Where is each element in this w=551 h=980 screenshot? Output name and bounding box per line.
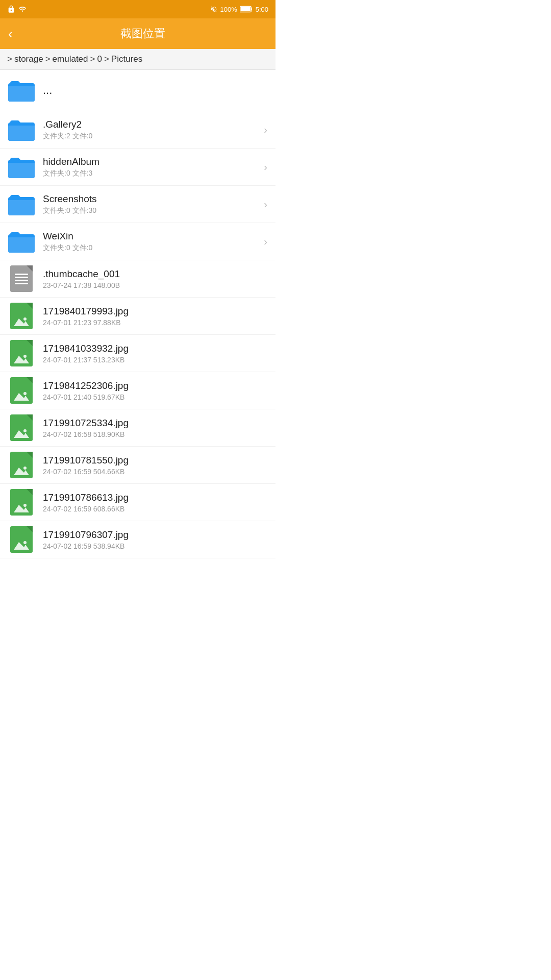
file-name: Screenshots	[43, 193, 260, 205]
svg-marker-2	[14, 318, 29, 326]
status-right: 100% 5:00	[210, 6, 268, 13]
file-name: .thumbcache_001	[43, 268, 267, 280]
file-info: 1719910781550.jpg 24-07-02 16:59 504.66K…	[43, 455, 267, 476]
folder-icon	[8, 77, 35, 104]
file-name: 1719841033932.jpg	[43, 343, 267, 354]
back-button[interactable]: ‹	[8, 26, 13, 42]
folder-icon	[8, 116, 35, 143]
image-file-icon	[8, 340, 35, 366]
file-info: WeiXin 文件夹:0 文件:0	[43, 231, 260, 253]
list-item[interactable]: Screenshots 文件夹:0 文件:30 ›	[0, 186, 276, 223]
file-meta: 文件夹:0 文件:30	[43, 206, 260, 215]
silent-icon	[210, 6, 217, 13]
svg-point-13	[23, 504, 27, 507]
file-meta: 24-07-01 21:40 519.67KB	[43, 393, 267, 401]
svg-marker-4	[14, 356, 29, 363]
document-file-icon	[8, 265, 35, 292]
lock-icon	[7, 5, 15, 13]
time-display: 5:00	[256, 6, 268, 13]
folder-icon	[8, 154, 35, 180]
folder-icon	[8, 228, 35, 255]
file-info: 1719910786613.jpg 24-07-02 16:59 608.66K…	[43, 492, 267, 513]
file-name: 1719910725334.jpg	[43, 418, 267, 429]
file-info: Screenshots 文件夹:0 文件:30	[43, 193, 260, 215]
svg-marker-10	[14, 468, 29, 475]
list-item[interactable]: hiddenAlbum 文件夹:0 文件:3 ›	[0, 149, 276, 186]
file-meta: 24-07-02 16:59 608.66KB	[43, 505, 267, 513]
svg-point-5	[23, 355, 27, 358]
svg-point-7	[23, 392, 27, 395]
svg-marker-12	[14, 505, 29, 512]
file-name: hiddenAlbum	[43, 156, 260, 167]
list-item[interactable]: 1719841033932.jpg 24-07-01 21:37 513.23K…	[0, 335, 276, 372]
file-info: 1719910725334.jpg 24-07-02 16:58 518.90K…	[43, 418, 267, 438]
list-item[interactable]: 1719910796307.jpg 24-07-02 16:59 538.94K…	[0, 521, 276, 558]
svg-point-9	[23, 429, 27, 432]
file-info: .Gallery2 文件夹:2 文件:0	[43, 119, 260, 141]
chevron-right-icon: ›	[264, 124, 267, 136]
list-item[interactable]: ...	[0, 70, 276, 111]
chevron-right-icon: ›	[264, 161, 267, 173]
list-item[interactable]: .Gallery2 文件夹:2 文件:0 ›	[0, 111, 276, 149]
svg-point-3	[23, 317, 27, 321]
svg-marker-6	[14, 393, 29, 401]
file-meta: 23-07-24 17:38 148.00B	[43, 281, 267, 289]
breadcrumb: > storage > emulated > 0 > Pictures	[0, 49, 276, 70]
image-file-icon	[8, 452, 35, 478]
image-file-icon	[8, 377, 35, 404]
svg-point-11	[23, 467, 27, 470]
file-name: 1719840179993.jpg	[43, 306, 267, 317]
image-file-icon	[8, 526, 35, 553]
file-meta: 24-07-02 16:59 538.94KB	[43, 542, 267, 550]
svg-marker-14	[14, 542, 29, 550]
list-item[interactable]: 1719910786613.jpg 24-07-02 16:59 608.66K…	[0, 484, 276, 521]
folder-icon	[8, 191, 35, 217]
svg-rect-1	[240, 7, 251, 11]
list-item[interactable]: 1719910725334.jpg 24-07-02 16:58 518.90K…	[0, 409, 276, 447]
file-meta: 24-07-02 16:59 504.66KB	[43, 468, 267, 476]
battery-icon	[240, 6, 253, 13]
file-info: 1719910796307.jpg 24-07-02 16:59 538.94K…	[43, 529, 267, 550]
file-name: .Gallery2	[43, 119, 260, 130]
file-name: 1719910796307.jpg	[43, 529, 267, 541]
image-file-icon	[8, 303, 35, 329]
app-header: ‹ 截图位置	[0, 18, 276, 49]
file-meta: 文件夹:2 文件:0	[43, 132, 260, 141]
file-meta: 文件夹:0 文件:3	[43, 169, 260, 178]
file-name: ...	[43, 84, 267, 97]
svg-marker-8	[14, 430, 29, 438]
battery-text: 100%	[220, 6, 237, 13]
list-item[interactable]: WeiXin 文件夹:0 文件:0 ›	[0, 223, 276, 260]
status-bar: 100% 5:00	[0, 0, 276, 18]
list-item[interactable]: 1719910781550.jpg 24-07-02 16:59 504.66K…	[0, 447, 276, 484]
svg-point-15	[23, 541, 27, 544]
chevron-right-icon: ›	[264, 236, 267, 248]
wifi-icon	[18, 5, 27, 13]
file-info: 1719841033932.jpg 24-07-01 21:37 513.23K…	[43, 343, 267, 364]
image-file-icon	[8, 414, 35, 441]
status-left	[7, 5, 27, 13]
file-info: hiddenAlbum 文件夹:0 文件:3	[43, 156, 260, 178]
header-title: 截图位置	[19, 26, 267, 41]
list-item[interactable]: 1719841252306.jpg 24-07-01 21:40 519.67K…	[0, 372, 276, 409]
file-list: ... .Gallery2 文件夹:2 文件:0 › hiddenAlbum 文…	[0, 70, 276, 558]
file-meta: 24-07-01 21:23 97.88KB	[43, 318, 267, 327]
list-item[interactable]: .thumbcache_001 23-07-24 17:38 148.00B	[0, 260, 276, 298]
file-meta: 文件夹:0 文件:0	[43, 243, 260, 253]
file-name: 1719841252306.jpg	[43, 380, 267, 391]
file-info: .thumbcache_001 23-07-24 17:38 148.00B	[43, 268, 267, 289]
file-name: WeiXin	[43, 231, 260, 242]
file-info: 1719841252306.jpg 24-07-01 21:40 519.67K…	[43, 380, 267, 401]
file-meta: 24-07-01 21:37 513.23KB	[43, 356, 267, 364]
list-item[interactable]: 1719840179993.jpg 24-07-01 21:23 97.88KB	[0, 298, 276, 335]
file-info: 1719840179993.jpg 24-07-01 21:23 97.88KB	[43, 306, 267, 327]
file-meta: 24-07-02 16:58 518.90KB	[43, 430, 267, 438]
file-name: 1719910786613.jpg	[43, 492, 267, 503]
chevron-right-icon: ›	[264, 199, 267, 210]
file-name: 1719910781550.jpg	[43, 455, 267, 466]
image-file-icon	[8, 489, 35, 516]
file-info: ...	[43, 84, 267, 97]
